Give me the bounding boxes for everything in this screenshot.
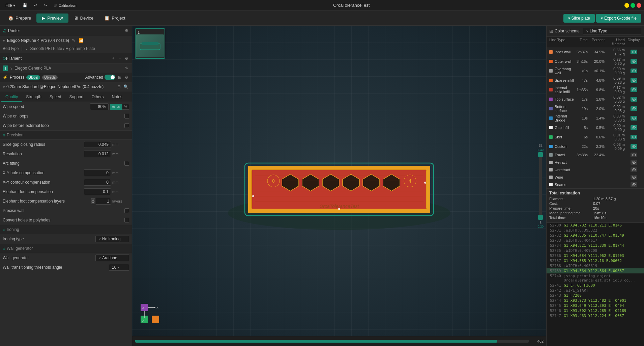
gcode-line-8[interactable]: 52738 ;WIDTH:0.405619: [547, 263, 644, 268]
color-disp-1[interactable]: [626, 59, 641, 64]
wipe-before-external-checkbox[interactable]: [124, 123, 129, 128]
eye-button-2[interactable]: [631, 69, 637, 73]
slider-thumb-bottom[interactable]: [538, 215, 543, 220]
thumbnail-panel[interactable]: 1: [135, 28, 165, 59]
gcode-line-17[interactable]: 52747 G1 X93.463 Y112.224 E-.0087: [547, 313, 644, 318]
profile-copy-button[interactable]: ⊞: [117, 84, 121, 90]
gcode-line-15[interactable]: 52745 G1 X93.649 Y112.393 E-.0404: [547, 303, 644, 308]
gcode-line-9[interactable]: 52739 G1 X94.364 Y112.364 E.00887: [547, 268, 644, 273]
project-tab[interactable]: 📋 Project: [99, 14, 130, 23]
eye-button-9[interactable]: [631, 135, 637, 139]
spinner-down[interactable]: ▼: [91, 201, 95, 204]
eye-button-6[interactable]: [631, 106, 637, 111]
color-disp-8[interactable]: [626, 125, 641, 130]
undo-button[interactable]: ↩: [32, 2, 39, 8]
process-copy-button[interactable]: ⊞: [117, 74, 122, 80]
eye-button-15[interactable]: [631, 182, 637, 187]
gcode-line-1[interactable]: 52731 ;WIDTH:0.395322: [547, 228, 644, 233]
gcode-line-7[interactable]: 52737 G1 X94.585 Y112.16 E.00662: [547, 258, 644, 263]
color-disp-7[interactable]: [626, 116, 641, 121]
device-tab[interactable]: 🖥 Device: [68, 14, 99, 23]
eye-button-8[interactable]: [631, 125, 637, 130]
maximize-button[interactable]: [631, 3, 635, 8]
color-disp-14[interactable]: [626, 175, 641, 180]
gcode-line-6[interactable]: 52736 G1 X94.684 Y111.962 E.01903: [547, 253, 644, 258]
tab-others[interactable]: Others: [87, 93, 108, 102]
eye-button-3[interactable]: [631, 78, 637, 83]
xy-contour-input[interactable]: [84, 179, 111, 186]
slice-button[interactable]: ▾ Slice plate: [563, 14, 595, 23]
gcode-line-0[interactable]: 52730 G1 X94.782 Y110.211 E.0146: [547, 223, 644, 228]
eye-button-5[interactable]: [631, 97, 637, 102]
gcode-line-16[interactable]: 52746 G1 X93.502 Y112.285 E-.02189: [547, 308, 644, 313]
gcode-line-5[interactable]: 52735 ;WIDTH:0.409208: [547, 248, 644, 253]
eye-button-7[interactable]: [631, 116, 637, 121]
gcode-line-14[interactable]: 52744 G1 X93.973 Y112.482 E-.04901: [547, 298, 644, 303]
eye-button-1[interactable]: [631, 59, 637, 64]
color-disp-12[interactable]: [626, 160, 641, 165]
tab-strength[interactable]: Strength: [22, 93, 45, 102]
color-scheme-dropdown[interactable]: ∨ Line Type: [583, 28, 641, 34]
color-disp-3[interactable]: [626, 78, 641, 83]
export-button[interactable]: ▾ Export G-code file: [596, 14, 641, 23]
slider-track[interactable]: [539, 152, 542, 220]
save-button[interactable]: 💾: [21, 2, 29, 8]
gcode-line-10[interactable]: 52740 ;stop printing object OrcaToleranc…: [547, 273, 644, 283]
tab-speed[interactable]: Speed: [46, 93, 65, 102]
xy-hole-input[interactable]: [84, 169, 111, 176]
slice-gap-input[interactable]: [84, 141, 111, 148]
gcode-line-11[interactable]: 52741 G1 E-.68 F3600: [547, 283, 644, 288]
redo-button[interactable]: ↪: [42, 2, 49, 8]
gcode-panel[interactable]: 52730 G1 X94.782 Y110.211 E.0146 52731 ;…: [547, 222, 644, 346]
unit-mms-button[interactable]: mm/s: [110, 104, 122, 110]
color-disp-0[interactable]: [626, 50, 641, 54]
color-disp-5[interactable]: [626, 97, 641, 102]
minimize-button[interactable]: [624, 3, 629, 8]
elephant-foot-layers-input[interactable]: [96, 198, 111, 205]
wall-generator-dropdown[interactable]: ∨ Arachne: [95, 255, 129, 261]
gcode-line-4[interactable]: 52734 G1 X94.821 Y111.339 E.01744: [547, 243, 644, 248]
process-settings-button[interactable]: ⚙: [124, 74, 129, 80]
filament-edit-button[interactable]: ✎: [124, 65, 129, 71]
color-disp-2[interactable]: [626, 69, 641, 73]
color-disp-4[interactable]: [626, 87, 641, 92]
layer-slider[interactable]: 32 6.40 1 0.20: [537, 144, 544, 228]
profile-search-button[interactable]: 🔍: [123, 84, 129, 90]
arc-fitting-checkbox[interactable]: [124, 161, 129, 166]
gcode-line-13[interactable]: 52743 G1 F7200: [547, 293, 644, 298]
tab-notes[interactable]: Notes: [108, 93, 126, 102]
color-disp-13[interactable]: [626, 167, 641, 172]
spinner-up[interactable]: ▲: [91, 198, 95, 201]
slider-thumb-top[interactable]: [538, 152, 543, 157]
resolution-input[interactable]: [84, 151, 111, 157]
printer-settings-button[interactable]: ⚙: [124, 28, 129, 34]
color-disp-6[interactable]: [626, 106, 641, 111]
gcode-line-2[interactable]: 52732 G1 X94.835 Y110.747 E.01549: [547, 233, 644, 238]
prepare-tab[interactable]: 🏠 Prepare: [3, 14, 36, 23]
eye-button-0[interactable]: [631, 50, 637, 54]
calibration-button[interactable]: ⊞ Calibration: [52, 2, 79, 8]
printer-wifi-button[interactable]: 📶: [78, 37, 84, 44]
viewport[interactable]: 1: [132, 26, 546, 346]
filament-remove-button[interactable]: －: [117, 55, 123, 62]
convert-holes-checkbox[interactable]: [124, 218, 129, 222]
objects-badge[interactable]: Objects: [42, 75, 58, 80]
tab-support[interactable]: Support: [65, 93, 87, 102]
eye-button-12[interactable]: [631, 160, 637, 165]
tab-quality[interactable]: Quality: [1, 93, 22, 102]
filament-add-button[interactable]: ＋: [111, 55, 116, 62]
filament-settings-button[interactable]: ⚙: [124, 55, 129, 61]
elephant-foot-input[interactable]: [84, 188, 111, 195]
advanced-toggle[interactable]: [105, 75, 115, 80]
eye-button-13[interactable]: [631, 167, 637, 172]
color-disp-15[interactable]: [626, 182, 641, 187]
wipe-on-loops-checkbox[interactable]: [124, 114, 129, 118]
eye-button-14[interactable]: [631, 175, 637, 180]
precise-wall-checkbox[interactable]: [124, 208, 129, 213]
file-menu[interactable]: File ▾: [3, 2, 18, 8]
eye-button-11[interactable]: [631, 153, 637, 157]
gcode-line-12[interactable]: 52742 ;WIPE_START: [547, 288, 644, 293]
progress-bar[interactable]: [135, 340, 529, 343]
printer-edit-button[interactable]: ✎: [71, 37, 76, 44]
ironing-type-dropdown[interactable]: ∨ No ironing: [95, 236, 129, 242]
